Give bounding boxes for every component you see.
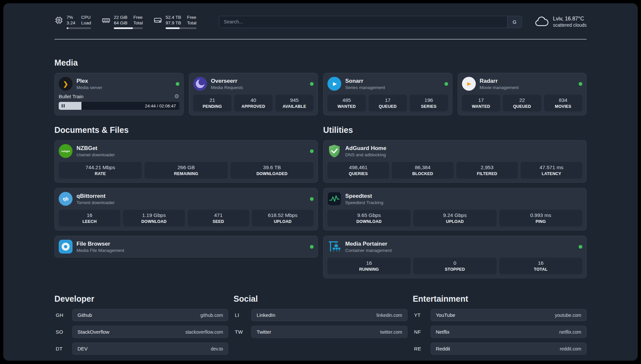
stat-label: TOTAL: [501, 267, 581, 272]
status-dot: [310, 149, 314, 153]
utilities-section-title: Utilities: [323, 125, 587, 135]
sonarr-app-link[interactable]: ▶ Sonarr Series management: [327, 77, 448, 91]
stat-label: RATE: [60, 171, 140, 176]
developer-section-title: Developer: [54, 294, 228, 304]
stat-value: 16: [329, 260, 409, 266]
stat-tile: 266 GB REMAINING: [144, 162, 228, 179]
stat-label: PENDING: [195, 104, 230, 109]
search-engine-button[interactable]: G: [507, 16, 522, 28]
link-url: stackoverflow.com: [185, 329, 223, 335]
stat-value: 498,461: [329, 165, 388, 170]
stat-tile: 0.993 ms PING: [499, 210, 582, 227]
developer-section: Developer GH Github github.com SO StackO…: [54, 294, 228, 359]
disk-metric: 52.4 TB 97.9 TB Free Total: [153, 15, 197, 29]
link-row-dev[interactable]: DT DEV dev.to: [54, 343, 228, 355]
stat-value: 9.24 Gbps: [414, 212, 495, 218]
app-subtitle: Media Requests: [211, 85, 243, 90]
stat-tile: 16 LEECH: [59, 210, 120, 227]
link-url: dev.to: [211, 346, 223, 351]
social-section-title: Social: [233, 294, 407, 304]
media-progress-bar[interactable]: 24:44 / 02:06:47: [59, 102, 179, 110]
cpu-metric: 7% 3.24 CPU Load: [54, 15, 91, 29]
link-url: netflix.com: [559, 329, 581, 335]
cpu-icon: [54, 16, 63, 25]
stat-label: DOWNLOADED: [232, 171, 312, 176]
stat-tile: 40 APPROVED: [234, 95, 273, 111]
dev-icon: DT: [54, 346, 72, 351]
media-section-title: Media: [54, 58, 587, 68]
ram-free-value: 22 GiB: [114, 15, 127, 20]
status-dot: [310, 245, 314, 249]
link-row-linkedin[interactable]: LI LinkedIn linkedin.com: [233, 309, 407, 321]
stat-tile: 22 QUEUED: [503, 95, 541, 111]
disk-progress-bar: [166, 27, 197, 29]
disk-free-label: Free: [187, 15, 197, 20]
portainer-card: Media Portainer Container management 16 …: [323, 236, 587, 278]
app-name: Media Portainer: [345, 241, 392, 247]
stat-tile: 16 TOTAL: [499, 258, 582, 274]
portainer-icon: [327, 240, 341, 254]
playback-time: 24:44 / 02:06:47: [145, 104, 176, 108]
cloud-icon: [534, 16, 549, 28]
stat-value: 47.571 ms: [522, 165, 581, 170]
portainer-app-link[interactable]: Media Portainer Container management: [327, 240, 582, 254]
nzbget-app-link[interactable]: nzbget NZBGet Usenet downloader: [59, 144, 314, 158]
cpu-progress-fill: [67, 27, 68, 29]
stat-value: 945: [277, 97, 313, 103]
dashboard-panel: 7% 3.24 CPU Load: [3, 3, 638, 361]
radarr-card: ▶ Radarr Movie management 17 WANTED 22 Q…: [458, 73, 587, 115]
app-name: qBittorrent: [76, 193, 115, 199]
gear-icon[interactable]: ⚙: [174, 94, 179, 99]
search-input[interactable]: [219, 16, 507, 28]
link-row-github[interactable]: GH Github github.com: [54, 309, 228, 321]
link-row-twitter[interactable]: TW Twitter twitter.com: [233, 326, 407, 338]
weather-widget: Lviv, 16.87°C scattered clouds: [534, 16, 587, 28]
stat-tile: 618.52 Mbps UPLOAD: [252, 210, 314, 227]
stat-label: AVAILABLE: [277, 104, 313, 109]
nzbget-card: nzbget NZBGet Usenet downloader 744.21 M…: [54, 140, 318, 183]
stat-tile: 498,461 QUERIES: [327, 162, 389, 179]
qbittorrent-card: qb qBittorrent Torrent downloader 16 LEE…: [54, 188, 318, 230]
weather-condition: scattered clouds: [553, 22, 587, 28]
stat-value: 22: [504, 97, 540, 103]
qbittorrent-app-link[interactable]: qb qBittorrent Torrent downloader: [59, 192, 314, 206]
filebrowser-app-link[interactable]: File Browser Media File Management: [59, 240, 314, 254]
stat-tile: 39.6 TB DOWNLOADED: [230, 162, 314, 179]
stat-value: 266 GB: [146, 165, 226, 170]
stat-label: STOPPED: [414, 267, 495, 272]
twitter-icon: TW: [233, 329, 251, 335]
cpu-load-value: 3.24: [67, 20, 75, 26]
app-subtitle: Movie management: [480, 85, 519, 90]
stat-tile: 21 PENDING: [193, 95, 232, 111]
app-subtitle: Container management: [345, 248, 392, 253]
adguard-app-link[interactable]: AdGuard Home DNS and adblocking: [327, 144, 582, 158]
app-name: Radarr: [480, 78, 519, 84]
link-row-reddit[interactable]: RE Reddit reddit.com: [413, 343, 587, 355]
app-name: AdGuard Home: [345, 145, 386, 152]
stat-value: 2,953: [458, 165, 517, 170]
link-row-stackoverflow[interactable]: SO StackOverflow stackoverflow.com: [54, 326, 228, 338]
link-name: Reddit: [436, 346, 450, 351]
plex-app-link[interactable]: ❯ Plex Media server: [59, 77, 179, 91]
radarr-app-link[interactable]: ▶ Radarr Movie management: [462, 77, 583, 91]
stat-label: WANTED: [463, 104, 499, 109]
link-url: reddit.com: [560, 346, 581, 351]
ram-free-label: Free: [134, 15, 143, 20]
link-row-youtube[interactable]: YT YouTube youtube.com: [413, 309, 587, 321]
speedtest-app-link[interactable]: Speedtest Speedtest Tracking: [327, 192, 582, 206]
stat-label: SEED: [189, 219, 248, 224]
status-dot: [310, 197, 314, 201]
link-url: linkedin.com: [377, 313, 402, 318]
youtube-icon: YT: [413, 312, 431, 318]
stat-label: QUERIES: [329, 171, 388, 176]
stat-tile: 2,953 FILTERED: [456, 162, 518, 179]
filebrowser-card: File Browser Media File Management: [54, 236, 318, 258]
stat-tile: 47.571 ms LATENCY: [521, 162, 582, 179]
search-bar: G: [219, 16, 522, 28]
linkedin-icon: LI: [233, 312, 251, 318]
stat-label: DOWNLOAD: [124, 219, 183, 224]
adguard-card: AdGuard Home DNS and adblocking 498,461 …: [323, 140, 587, 183]
pause-icon[interactable]: [62, 104, 65, 107]
overseerr-app-link[interactable]: Overseerr Media Requests: [193, 77, 314, 91]
link-row-netflix[interactable]: NF Netflix netflix.com: [413, 326, 587, 338]
